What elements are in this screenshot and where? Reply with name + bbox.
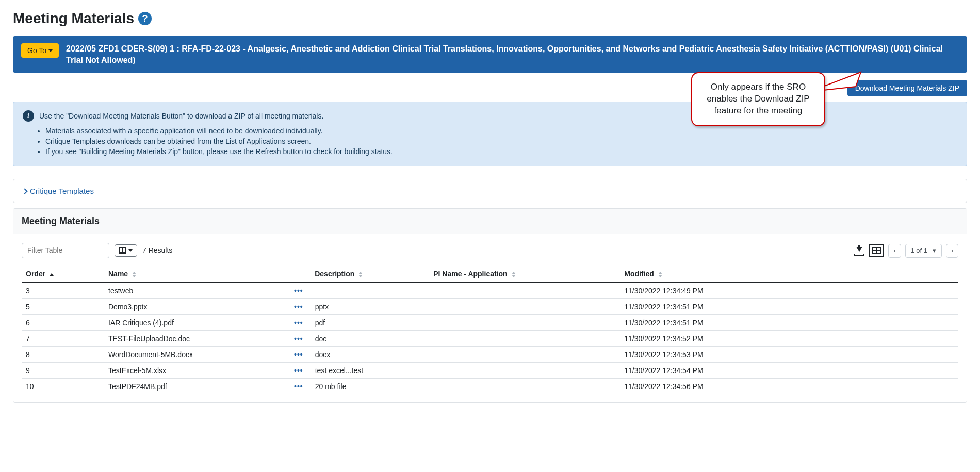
- cell-order: 9: [22, 363, 104, 379]
- meeting-title: 2022/05 ZFD1 CDER-S(09) 1 : RFA-FD-22-02…: [66, 43, 959, 65]
- sort-icon: [658, 272, 662, 277]
- table-row: 7TEST-FileUploadDoc.doc•••doc11/30/2022 …: [22, 331, 958, 347]
- download-icon[interactable]: [854, 245, 864, 256]
- grid-view-button[interactable]: [869, 244, 884, 257]
- col-header-description[interactable]: Description: [311, 265, 429, 282]
- go-to-button[interactable]: Go To: [21, 43, 59, 58]
- critique-templates-section: Critique Templates: [13, 179, 967, 203]
- materials-panel-header: Meeting Materials: [13, 209, 967, 234]
- cell-modified: 11/30/2022 12:34:51 PM: [620, 299, 958, 315]
- table-row: 10TestPDF24MB.pdf•••20 mb file11/30/2022…: [22, 379, 958, 395]
- page-title-text: Meeting Materials: [13, 10, 134, 27]
- row-actions-button[interactable]: •••: [290, 282, 311, 299]
- row-actions-button[interactable]: •••: [290, 315, 311, 331]
- cell-name: TestExcel-5M.xlsx: [104, 363, 290, 379]
- table-row: 3testweb•••11/30/2022 12:34:49 PM: [22, 282, 958, 299]
- cell-modified: 11/30/2022 12:34:53 PM: [620, 347, 958, 363]
- filter-input[interactable]: [22, 243, 109, 258]
- page-title: Meeting Materials ?: [13, 10, 967, 27]
- sort-icon: [358, 272, 363, 277]
- cell-name: IAR Critiques (4).pdf: [104, 315, 290, 331]
- cell-description: pdf: [311, 315, 429, 331]
- row-actions-button[interactable]: •••: [290, 363, 311, 379]
- grid-icon: [872, 247, 881, 254]
- pager-prev-button[interactable]: ‹: [888, 244, 901, 258]
- cell-name: TestPDF24MB.pdf: [104, 379, 290, 395]
- table-controls: 7 Results ‹ 1 of 1 ▾ ›: [22, 243, 958, 258]
- columns-icon: [119, 247, 126, 254]
- materials-table: Order Name Description PI Name - Ap: [22, 265, 958, 394]
- critique-templates-label: Critique Templates: [30, 187, 94, 195]
- col-header-modified[interactable]: Modified: [620, 265, 958, 282]
- info-bullet: Critique Templates downloads can be obta…: [45, 137, 957, 145]
- row-actions-button[interactable]: •••: [290, 299, 311, 315]
- columns-button[interactable]: [115, 244, 137, 257]
- cell-order: 10: [22, 379, 104, 395]
- cell-name: WordDocument-5MB.docx: [104, 347, 290, 363]
- cell-pi: [429, 282, 620, 299]
- annotation-callout: Only appears if the SRO enables the Down…: [691, 72, 825, 126]
- pager-text: 1 of 1: [911, 247, 928, 255]
- cell-description: 20 mb file: [311, 379, 429, 395]
- pager-page-button[interactable]: 1 of 1 ▾: [905, 244, 942, 258]
- materials-panel: Meeting Materials 7 Results: [13, 208, 967, 403]
- table-row: 6IAR Critiques (4).pdf•••pdf11/30/2022 1…: [22, 315, 958, 331]
- col-header-name[interactable]: Name: [104, 265, 311, 282]
- cell-order: 6: [22, 315, 104, 331]
- table-row: 8WordDocument-5MB.docx•••docx11/30/2022 …: [22, 347, 958, 363]
- col-header-order[interactable]: Order: [22, 265, 104, 282]
- cell-description: pptx: [311, 299, 429, 315]
- sort-icon: [132, 272, 136, 277]
- results-count: 7 Results: [142, 246, 172, 255]
- cell-modified: 11/30/2022 12:34:51 PM: [620, 315, 958, 331]
- row-actions-button[interactable]: •••: [290, 379, 311, 395]
- cell-name: TEST-FileUploadDoc.doc: [104, 331, 290, 347]
- cell-modified: 11/30/2022 12:34:52 PM: [620, 331, 958, 347]
- table-row: 5Demo3.pptx•••pptx11/30/2022 12:34:51 PM: [22, 299, 958, 315]
- cell-modified: 11/30/2022 12:34:56 PM: [620, 379, 958, 395]
- cell-description: test excel...test: [311, 363, 429, 379]
- cell-modified: 11/30/2022 12:34:49 PM: [620, 282, 958, 299]
- cell-name: testweb: [104, 282, 290, 299]
- critique-templates-toggle[interactable]: Critique Templates: [13, 179, 967, 203]
- cell-pi: [429, 363, 620, 379]
- cell-description: docx: [311, 347, 429, 363]
- col-header-pi[interactable]: PI Name - Application: [429, 265, 620, 282]
- info-bullet: If you see "Building Meeting Materials Z…: [45, 147, 957, 156]
- cell-description: [311, 282, 429, 299]
- cell-description: doc: [311, 331, 429, 347]
- cell-name: Demo3.pptx: [104, 299, 290, 315]
- cell-pi: [429, 347, 620, 363]
- cell-pi: [429, 299, 620, 315]
- caret-down-icon: [128, 249, 133, 252]
- info-lead-text: Use the "Download Meeting Materials Butt…: [39, 112, 323, 120]
- sort-icon: [50, 273, 54, 276]
- info-bullet: Materials associated with a specific app…: [45, 127, 957, 135]
- cell-pi: [429, 379, 620, 395]
- cell-order: 7: [22, 331, 104, 347]
- caret-down-icon: [48, 49, 53, 52]
- meeting-banner: Go To 2022/05 ZFD1 CDER-S(09) 1 : RFA-FD…: [13, 36, 967, 73]
- chevron-right-icon: [22, 188, 27, 194]
- cell-pi: [429, 315, 620, 331]
- cell-pi: [429, 331, 620, 347]
- cell-modified: 11/30/2022 12:34:54 PM: [620, 363, 958, 379]
- go-to-label: Go To: [27, 46, 46, 55]
- table-row: 9TestExcel-5M.xlsx•••test excel...test11…: [22, 363, 958, 379]
- cell-order: 3: [22, 282, 104, 299]
- row-actions-button[interactable]: •••: [290, 347, 311, 363]
- help-icon[interactable]: ?: [138, 12, 152, 25]
- sort-icon: [512, 272, 516, 277]
- pager-next-button[interactable]: ›: [946, 244, 958, 258]
- cell-order: 5: [22, 299, 104, 315]
- info-icon: i: [23, 110, 34, 122]
- cell-order: 8: [22, 347, 104, 363]
- row-actions-button[interactable]: •••: [290, 331, 311, 347]
